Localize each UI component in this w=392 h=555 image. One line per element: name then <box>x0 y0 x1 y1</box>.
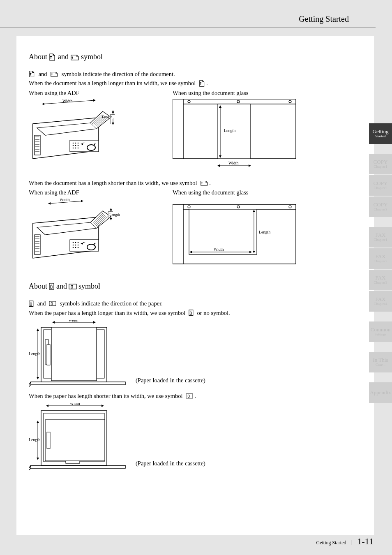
glass-landscape-figure: Length Width <box>173 199 300 271</box>
doc-landscape-icon <box>70 53 79 61</box>
text: symbols indicate the direction of the do… <box>62 69 175 79</box>
svg-rect-39 <box>47 432 50 449</box>
doc-portrait-icon <box>29 70 35 78</box>
svg-rect-35 <box>47 345 50 365</box>
cassette-note: (Paper loaded in the cassette) <box>136 459 205 468</box>
tray-landscape-icon <box>49 301 57 306</box>
section1-line1: and symbols indicate the direction of th… <box>29 69 362 79</box>
tab-sub: Chapter2 <box>374 186 387 190</box>
tab-common[interactable]: Common Settings <box>369 321 392 342</box>
tab-fax-4[interactable]: FAX Chapter4 <box>369 291 392 312</box>
text: and <box>37 299 46 308</box>
tab-main: COPY <box>374 202 388 208</box>
tab-main: FAX <box>375 232 385 238</box>
cassette-landscape-figure: Width Length <box>29 403 127 473</box>
section2-line1: and symbols indicate the direction of th… <box>29 299 362 308</box>
adf-portrait-figure: Width Length <box>29 99 123 165</box>
tab-main: FAX <box>375 275 385 281</box>
width-label: Width <box>60 199 70 202</box>
tab-main: Common <box>371 327 390 333</box>
tab-fax-2[interactable]: FAX Chapter2 <box>369 248 392 269</box>
section2-line2: When the paper has a length longer than … <box>29 308 362 317</box>
width-label: Width <box>228 161 239 165</box>
tab-appendix[interactable]: Appendix <box>369 382 392 403</box>
adf-label: When using the ADF <box>29 189 123 196</box>
footer-section: Getting Started <box>316 540 352 545</box>
width-label: Width <box>62 99 73 103</box>
cassette-note: (Paper loaded in the cassette) <box>136 376 205 385</box>
heading-text: About <box>29 282 47 291</box>
text: and <box>39 69 47 79</box>
cassette-row2: Width Length (Paper loaded in the casset… <box>29 403 362 473</box>
heading-text: About <box>29 53 47 61</box>
tray-portrait-icon <box>189 310 194 316</box>
length-label: Length <box>102 115 113 119</box>
tab-fax-3[interactable]: FAX Chapter3 <box>369 270 392 290</box>
text: symbols indicate the direction of the pa… <box>60 299 163 308</box>
tab-main: COPY <box>374 159 388 165</box>
text: When the document has a length longer th… <box>29 79 196 88</box>
svg-rect-38 <box>45 420 105 461</box>
doc-landscape-icon <box>200 180 208 186</box>
tab-copy-2[interactable]: COPY Chapter2 <box>369 175 392 196</box>
tab-copy-1[interactable]: COPY Chapter1 <box>369 154 392 174</box>
tab-sub: Chapter1 <box>374 238 387 242</box>
tab-main: FAX <box>375 296 385 302</box>
section1-line2: When the document has a length longer th… <box>29 79 362 88</box>
doc-landscape-icon <box>50 71 58 77</box>
cassette-row1: Width Length (Paper loaded in the casset… <box>29 320 362 390</box>
length-label: Length <box>29 352 40 356</box>
length-label: Length <box>29 437 40 442</box>
side-tabs: Getting Started COPY Chapter1 COPY Chapt… <box>369 123 392 404</box>
text: When the paper has a length longer than … <box>29 308 185 317</box>
page-footer: Getting Started 1-11 <box>316 536 374 547</box>
adf-col: When using the ADF Width Length <box>29 189 123 272</box>
text: When the paper has length shorter than i… <box>29 391 183 400</box>
adf-col: When using the ADF Width Length <box>29 90 123 173</box>
tab-sub: Case... <box>376 363 385 367</box>
tab-sub: Chapter4 <box>374 302 387 306</box>
section2-line3: When the paper has length shorter than i… <box>29 391 362 400</box>
tab-main: Appendix <box>370 390 391 395</box>
glass-col: When using the document glass Length Wid… <box>173 189 300 272</box>
tab-main: FAX <box>375 254 385 259</box>
page-body: About and symbol and symbols indicate th… <box>16 36 374 535</box>
tab-sub: Started <box>375 134 386 139</box>
tab-sub: Chapter3 <box>374 281 387 285</box>
tray-landscape-icon <box>69 284 77 289</box>
width-label: Width <box>68 320 78 322</box>
heading-text: and <box>58 53 69 61</box>
tab-fax-1[interactable]: FAX Chapter1 <box>369 227 392 247</box>
section2-heading: About and symbol <box>29 282 362 291</box>
glass-label: When using the document glass <box>173 189 300 196</box>
tab-inthiscase[interactable]: In This Case... <box>369 352 392 372</box>
text: . <box>209 178 211 187</box>
text: or no symbol. <box>197 308 230 317</box>
glass-label: When using the document glass <box>173 90 300 97</box>
text: When the document has a length shorter t… <box>29 178 197 187</box>
header-rule <box>0 27 376 28</box>
tab-sub: Chapter3 <box>374 208 387 212</box>
section1-line3: When the document has a length shorter t… <box>29 178 362 187</box>
footer-page-number: 1-11 <box>357 536 374 547</box>
tab-sub: Chapter2 <box>374 259 387 264</box>
cassette-portrait-figure: Width Length <box>29 320 127 390</box>
width-label: Width <box>70 403 80 406</box>
doc-portrait-icon <box>199 80 205 87</box>
tab-getting-started[interactable]: Getting Started <box>369 123 392 144</box>
section1-row1: When using the ADF Width Length When usi… <box>29 90 362 173</box>
tray-portrait-icon <box>29 301 34 307</box>
adf-label: When using the ADF <box>29 90 123 97</box>
tab-copy-3[interactable]: COPY Chapter3 <box>369 197 392 217</box>
tab-sub: Chapter1 <box>374 165 387 169</box>
tab-main: COPY <box>374 180 388 186</box>
heading-text: and <box>56 282 67 291</box>
width-label: Width <box>214 247 224 252</box>
tray-landscape-icon <box>186 393 194 399</box>
tab-main: In This <box>373 357 388 363</box>
glass-portrait-figure: Length Width <box>173 99 300 171</box>
section1-row2: When using the ADF Width Length When usi… <box>29 189 362 272</box>
tab-main: Getting <box>373 129 389 134</box>
section1-heading: About and symbol <box>29 53 362 61</box>
adf-landscape-figure: Width Length <box>29 199 123 264</box>
